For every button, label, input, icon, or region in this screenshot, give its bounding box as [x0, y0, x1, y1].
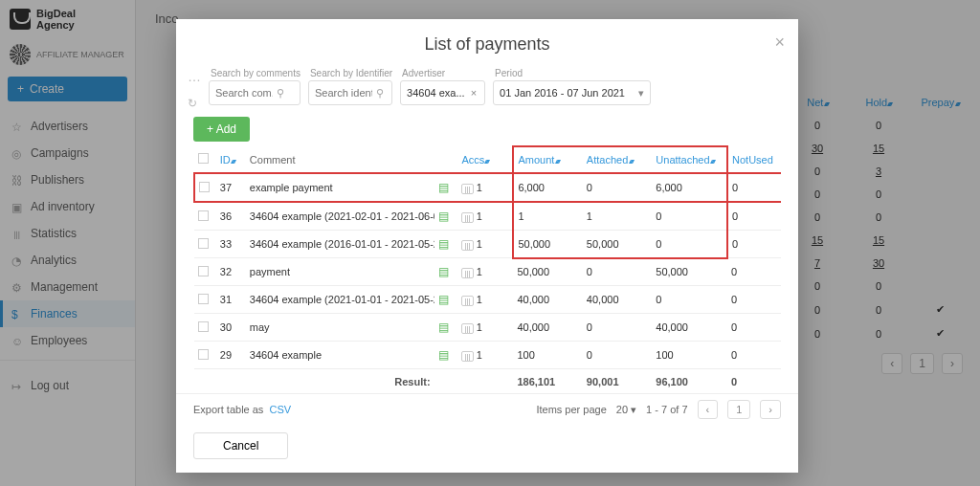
page-number[interactable]: 1	[727, 400, 750, 419]
search-icon: ⚲	[277, 87, 284, 99]
cell-unattached: 100	[652, 342, 727, 369]
list-icon[interactable]: ▤	[434, 286, 458, 314]
table-row[interactable]: 32payment▤||| 150,000050,0000	[194, 258, 781, 286]
modal-title: List of payments	[176, 34, 798, 55]
next-page-button[interactable]: ›	[760, 400, 781, 419]
close-icon[interactable]: ×	[774, 33, 785, 53]
cell-attached: 0	[583, 342, 652, 369]
col-id[interactable]: ID	[216, 146, 246, 173]
cell-id: 37	[216, 173, 246, 202]
cell-notused: 0	[727, 258, 781, 286]
chevron-down-icon: ▾	[631, 404, 636, 415]
table-row[interactable]: 3134604 example (2021-01-01 - 2021-05-26…	[194, 286, 781, 314]
identifier-label: Search by Identifier	[310, 68, 392, 78]
cell-attached: 50,000	[583, 231, 652, 258]
cell-unattached: 0	[652, 202, 727, 231]
period-label: Period	[495, 68, 651, 78]
cell-unattached: 6,000	[652, 173, 727, 202]
cell-unattached: 40,000	[652, 314, 727, 342]
row-checkbox[interactable]	[198, 266, 209, 276]
search-comments-input[interactable]	[215, 87, 273, 99]
cell-amount: 1	[513, 202, 582, 231]
list-icon[interactable]: ▤	[434, 314, 458, 342]
row-checkbox[interactable]	[198, 238, 209, 249]
result-attached: 90,001	[583, 369, 652, 394]
cell-attached: 0	[583, 173, 652, 202]
table-row[interactable]: 3334604 example (2016-01-01 - 2021-05-28…	[194, 231, 781, 258]
cancel-button[interactable]: Cancel	[193, 432, 288, 459]
cell-id: 31	[216, 286, 246, 314]
row-checkbox[interactable]	[198, 294, 209, 304]
comments-input-wrap[interactable]: ⚲	[209, 80, 301, 105]
row-checkbox[interactable]	[199, 182, 210, 192]
col-accs[interactable]: Accs	[457, 146, 513, 173]
cell-amount: 40,000	[513, 314, 582, 342]
items-per-page-select[interactable]: 20 ▾	[616, 404, 636, 416]
export-label: Export table as	[193, 404, 263, 415]
col-amount[interactable]: Amount	[513, 146, 582, 173]
search-icon: ⚲	[376, 87, 384, 99]
payments-table: ID Comment Accs Amount Attached Unattach…	[193, 145, 781, 393]
table-row[interactable]: 3634604 example (2021-02-01 - 2021-06-01…	[194, 202, 781, 231]
add-button[interactable]: + Add	[193, 117, 250, 142]
list-icon[interactable]: ▤	[434, 231, 458, 258]
cell-accs: ||| 1	[457, 342, 513, 369]
advertiser-chip[interactable]: 34604 exa...×	[400, 80, 485, 105]
cell-id: 36	[216, 202, 246, 231]
cell-amount: 50,000	[513, 231, 582, 258]
cell-comment: example payment	[246, 173, 434, 202]
cell-notused: 0	[727, 231, 781, 258]
cell-comment: 34604 example (2021-01-01 - 2021-05-26)	[246, 286, 434, 314]
export-csv-link[interactable]: CSV	[270, 404, 292, 415]
result-unattached: 96,100	[652, 369, 727, 394]
col-notused[interactable]: NotUsed	[727, 146, 781, 173]
cell-accs: ||| 1	[457, 314, 513, 342]
cell-id: 32	[216, 258, 246, 286]
result-amount: 186,101	[513, 369, 582, 394]
list-icon[interactable]: ▤	[434, 173, 458, 202]
cell-id: 30	[216, 314, 246, 342]
result-label: Result:	[246, 369, 434, 394]
cell-attached: 1	[583, 202, 652, 231]
list-icon[interactable]: ▤	[434, 258, 458, 286]
result-notused: 0	[727, 369, 781, 394]
list-icon[interactable]: ▤	[434, 342, 458, 369]
advertiser-label: Advertiser	[402, 68, 485, 78]
row-checkbox[interactable]	[198, 349, 209, 360]
cell-unattached: 0	[652, 286, 727, 314]
payments-modal: List of payments × … ↻ Search by comment…	[176, 19, 798, 473]
cell-notused: 0	[727, 286, 781, 314]
select-all-checkbox[interactable]	[198, 153, 209, 164]
list-icon[interactable]: ▤	[434, 202, 458, 231]
table-row[interactable]: 30may▤||| 140,000040,0000	[194, 314, 781, 342]
period-value: 01 Jan 2016 - 07 Jun 2021	[500, 87, 625, 99]
reload-icon[interactable]: ↻	[188, 97, 197, 110]
search-identifier-input[interactable]	[315, 87, 372, 99]
cell-attached: 40,000	[583, 286, 652, 314]
col-comment[interactable]: Comment	[246, 146, 434, 173]
cell-unattached: 0	[652, 231, 727, 258]
col-attached[interactable]: Attached	[583, 146, 652, 173]
cell-accs: ||| 1	[457, 286, 513, 314]
row-checkbox[interactable]	[198, 321, 209, 332]
cell-comment: 34604 example (2021-02-01 - 2021-06-01)	[246, 202, 434, 231]
items-per-page-label: Items per page	[536, 404, 606, 415]
cell-comment: payment	[246, 258, 434, 286]
cell-notused: 0	[727, 173, 781, 202]
table-row[interactable]: 2934604 example▤||| 110001000	[194, 342, 781, 369]
cell-comment: 34604 example (2016-01-01 - 2021-05-28)	[246, 231, 434, 258]
prev-page-button[interactable]: ‹	[698, 400, 719, 419]
cell-accs: ||| 1	[457, 258, 513, 286]
cell-attached: 0	[583, 258, 652, 286]
more-icon[interactable]: …	[188, 74, 201, 80]
cell-accs: ||| 1	[457, 231, 513, 258]
period-select[interactable]: 01 Jan 2016 - 07 Jun 2021 ▾	[493, 80, 651, 105]
clear-icon[interactable]: ×	[469, 87, 479, 99]
table-row[interactable]: 37example payment▤||| 16,00006,0000	[194, 173, 781, 202]
identifier-input-wrap[interactable]: ⚲	[308, 80, 392, 105]
col-unattached[interactable]: Unattached	[652, 146, 727, 173]
page-range: 1 - 7 of 7	[646, 404, 687, 415]
row-checkbox[interactable]	[198, 210, 209, 221]
comments-label: Search by comments	[211, 68, 301, 78]
cell-amount: 50,000	[513, 258, 582, 286]
